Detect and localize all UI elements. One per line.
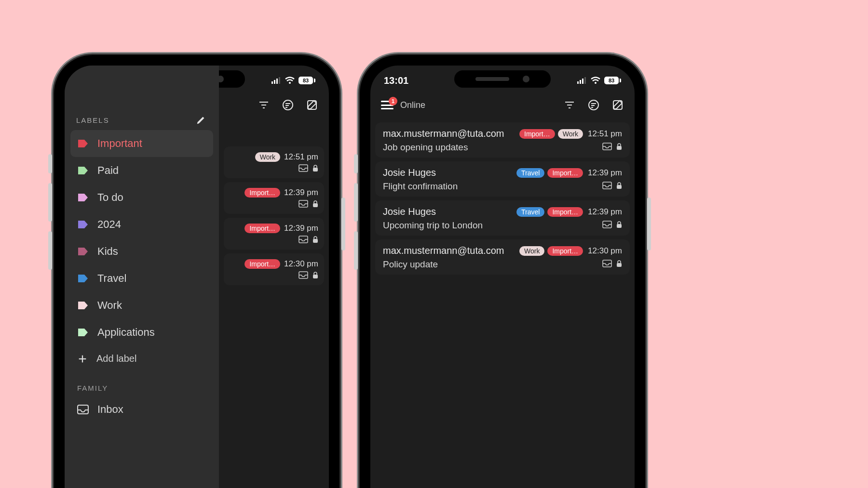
add-label-button[interactable]: Add label [70, 346, 213, 371]
email-item[interactable]: Work 12:51 pm [224, 146, 324, 178]
edit-labels-button[interactable] [195, 114, 207, 126]
menu-button[interactable]: 1 [381, 101, 393, 109]
label-tag-icon [77, 139, 89, 148]
svg-rect-40 [617, 185, 622, 189]
sidebar-item-label-to-do[interactable]: To do [70, 184, 213, 211]
email-item[interactable]: max.mustermann@tuta.comWorkImport…12:30 … [375, 239, 630, 275]
sidebar-item-label-important[interactable]: Important [70, 130, 213, 157]
battery-icon: 83 [298, 77, 313, 84]
svg-rect-26 [582, 79, 583, 84]
svg-rect-24 [577, 81, 579, 84]
label-badge-important: Import… [244, 259, 280, 269]
svg-rect-20 [313, 275, 318, 278]
email-sender: max.mustermann@tuta.com [383, 128, 504, 139]
sidebar-item-label-paid[interactable]: Paid [70, 157, 213, 184]
svg-rect-16 [313, 203, 318, 207]
sidebar-item-label-applications[interactable]: Applications [70, 319, 213, 346]
section-title-family: FAMILY [70, 380, 213, 396]
email-sender: Josie Huges [383, 167, 436, 178]
email-list[interactable]: max.mustermann@tuta.comImport…Work12:51 … [370, 122, 635, 275]
lock-icon [616, 182, 622, 191]
sidebar-item-label-2024[interactable]: 2024 [70, 211, 213, 238]
email-item[interactable]: max.mustermann@tuta.comImport…Work12:51 … [375, 122, 630, 158]
label-tag-icon [77, 301, 89, 310]
email-time: 12:39 pm [588, 168, 622, 178]
email-sender: max.mustermann@tuta.com [383, 245, 504, 256]
label-tag-icon [77, 220, 89, 229]
label-tag-icon [77, 247, 89, 256]
email-item[interactable]: Import… 12:30 pm [224, 253, 324, 285]
filter-icon[interactable] [258, 99, 270, 111]
compose-icon[interactable] [306, 99, 318, 111]
notification-badge: 1 [389, 97, 397, 106]
tray-icon [603, 143, 611, 152]
email-sender: Josie Huges [383, 206, 436, 217]
volume-up-button [48, 154, 52, 173]
email-time: 12:30 pm [284, 259, 318, 269]
label-tag-icon [77, 274, 89, 283]
sidebar-item-label: Travel [97, 272, 126, 285]
status-time: 13:01 [384, 75, 408, 86]
email-item[interactable]: Import… 12:39 pm [224, 182, 324, 214]
section-title-labels: LABELS [76, 116, 109, 124]
tray-icon [603, 182, 611, 191]
sidebar-item-label: Important [97, 137, 142, 150]
sidebar-item-inbox[interactable]: Inbox [70, 396, 213, 423]
wifi-icon [591, 75, 600, 86]
svg-rect-0 [271, 81, 273, 84]
tray-icon [299, 200, 308, 209]
label-badge-important: Import… [547, 207, 583, 217]
cellular-icon [271, 75, 281, 86]
email-list-covered: Work 12:51 pm Import… 12:39 pm [224, 143, 324, 289]
svg-rect-2 [276, 79, 278, 84]
compose-icon[interactable] [611, 99, 624, 111]
lock-icon [616, 221, 622, 230]
email-subject: Upcoming trip to London [383, 220, 483, 231]
label-badge-important: Import… [244, 224, 280, 233]
select-all-icon[interactable] [587, 99, 600, 111]
label-tag-icon [77, 193, 89, 202]
sidebar-item-label: 2024 [97, 218, 121, 231]
svg-rect-42 [617, 224, 622, 228]
app-header: 1 Online [370, 92, 635, 119]
label-tag-icon [77, 166, 89, 175]
svg-rect-1 [274, 80, 275, 84]
battery-icon: 83 [604, 77, 619, 84]
connection-status: Online [400, 100, 425, 110]
lock-icon [312, 236, 318, 245]
battery-level: 83 [303, 78, 309, 83]
sidebar-item-label-travel[interactable]: Travel [70, 265, 213, 292]
email-time: 12:51 pm [284, 152, 318, 162]
phone-right: 13:01 83 [363, 58, 642, 488]
label-badge-work: Work [558, 129, 583, 139]
sidebar-item-label-work[interactable]: Work [70, 292, 213, 319]
email-item[interactable]: Josie HugesTravelImport…12:39 pmFlight c… [375, 161, 630, 197]
email-item[interactable]: Import… 12:39 pm [224, 218, 324, 250]
wifi-icon [285, 75, 295, 86]
volume-up-button [354, 154, 358, 173]
label-badge-important: Import… [519, 129, 555, 139]
tray-icon [603, 221, 611, 230]
label-badge-important: Import… [547, 246, 583, 256]
email-item[interactable]: Josie HugesTravelImport…12:39 pmUpcoming… [375, 200, 630, 236]
filter-icon[interactable] [563, 99, 576, 111]
email-subject: Policy update [383, 259, 438, 270]
sidebar-item-label: To do [97, 191, 123, 204]
plus-icon [77, 354, 88, 364]
svg-rect-38 [617, 146, 622, 150]
notch [454, 70, 551, 88]
sidebar-item-label: Paid [97, 164, 119, 177]
select-all-icon[interactable] [282, 99, 294, 111]
sidebar-item-label: Inbox [97, 403, 123, 416]
email-time: 12:30 pm [588, 246, 622, 256]
sidebar-item-label-kids[interactable]: Kids [70, 238, 213, 265]
lock-icon [616, 143, 622, 152]
svg-rect-25 [580, 80, 581, 84]
sidebar-item-label: Work [97, 299, 122, 312]
svg-rect-18 [313, 239, 318, 243]
label-badge-work: Work [519, 246, 544, 256]
sidebar-item-label: Kids [97, 245, 118, 258]
svg-point-28 [595, 82, 597, 84]
email-time: 12:39 pm [284, 224, 318, 233]
lock-icon [616, 260, 622, 269]
